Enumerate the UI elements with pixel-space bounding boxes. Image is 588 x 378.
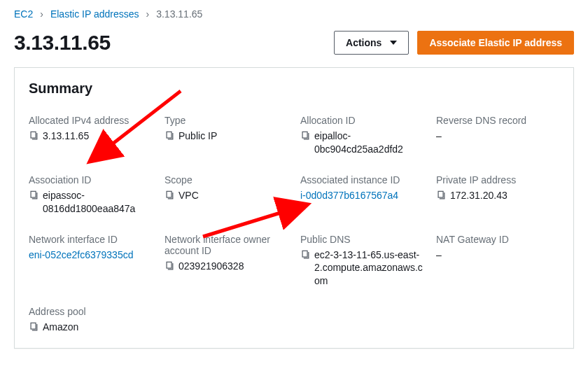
svg-rect-8	[31, 323, 36, 330]
svg-rect-3	[31, 191, 36, 197]
copy-icon[interactable]	[164, 261, 174, 271]
instance-link[interactable]: i-0d0d377b6167567a4	[300, 189, 424, 202]
field-value: eni-052ce2fc6379335cd	[29, 248, 133, 262]
svg-rect-4	[167, 191, 172, 197]
field-allocation-id: Allocation ID eipalloc-0bc904cd25aa2dfd2	[300, 115, 424, 156]
svg-rect-2	[302, 132, 307, 138]
copy-icon[interactable]	[300, 250, 310, 260]
svg-rect-1	[167, 132, 172, 138]
breadcrumb-root[interactable]: EC2	[14, 8, 33, 20]
page-title: 3.13.11.65	[14, 31, 111, 55]
field-label: Public DNS	[300, 234, 424, 245]
field-scope: Scope VPC	[164, 174, 288, 216]
breadcrumb-sep: ›	[146, 8, 150, 20]
field-value: –	[436, 130, 442, 143]
field-association-id: Association ID eipassoc-0816dd1800eaa847…	[29, 174, 152, 216]
svg-rect-6	[167, 262, 172, 268]
associate-elastic-ip-button[interactable]: Associate Elastic IP address	[417, 31, 574, 55]
field-label: Type	[164, 115, 288, 126]
field-label: Allocation ID	[300, 115, 424, 126]
field-value: Public IP	[178, 130, 217, 143]
copy-icon[interactable]	[29, 190, 38, 200]
eni-link[interactable]: eni-052ce2fc6379335cd	[29, 248, 152, 262]
field-associated-instance-id: Associated instance ID i-0d0d377b6167567…	[300, 174, 424, 216]
field-value: Amazon	[43, 321, 78, 334]
field-label: Private IP address	[436, 174, 559, 186]
breadcrumb: EC2 › Elastic IP addresses › 3.13.11.65	[14, 6, 574, 24]
field-label: Scope	[164, 174, 288, 186]
actions-button[interactable]: Actions	[334, 31, 409, 55]
field-label: Allocated IPv4 address	[29, 115, 152, 126]
copy-icon[interactable]	[300, 131, 310, 141]
field-label: Associated instance ID	[300, 174, 424, 186]
field-network-interface-id: Network interface ID eni-052ce2fc6379335…	[29, 234, 152, 288]
field-nat-gateway: NAT Gateway ID –	[436, 234, 559, 288]
field-public-dns: Public DNS ec2-3-13-11-65.us-east-2.comp…	[300, 234, 424, 288]
field-reverse-dns: Reverse DNS record –	[436, 115, 559, 156]
field-value: VPC	[178, 189, 199, 202]
copy-icon[interactable]	[164, 131, 174, 141]
summary-heading: Summary	[29, 80, 559, 97]
field-label: Association ID	[29, 174, 152, 186]
field-private-ip: Private IP address 172.31.20.43	[436, 174, 559, 216]
actions-label: Actions	[346, 37, 382, 48]
field-value: 023921906328	[178, 260, 244, 273]
chevron-down-icon	[390, 41, 397, 45]
copy-icon[interactable]	[29, 322, 38, 332]
field-allocated-ipv4: Allocated IPv4 address 3.13.11.65	[29, 115, 152, 156]
field-label: Network interface ID	[29, 234, 152, 245]
breadcrumb-mid[interactable]: Elastic IP addresses	[50, 8, 139, 20]
field-value: –	[436, 248, 442, 262]
field-label: NAT Gateway ID	[436, 234, 559, 245]
field-label: Network interface owner account ID	[164, 234, 288, 256]
breadcrumb-sep: ›	[40, 8, 43, 20]
svg-rect-7	[302, 251, 307, 257]
svg-rect-5	[438, 191, 443, 197]
field-type: Type Public IP	[164, 115, 288, 156]
copy-icon[interactable]	[29, 131, 38, 141]
associate-label: Associate Elastic IP address	[429, 37, 562, 48]
field-value: ec2-3-13-11-65.us-east-2.compute.amazona…	[314, 248, 424, 288]
field-value: eipassoc-0816dd1800eaa847a	[43, 189, 152, 216]
field-eni-owner: Network interface owner account ID 02392…	[164, 234, 288, 288]
copy-icon[interactable]	[164, 190, 174, 200]
field-value: 3.13.11.65	[43, 130, 89, 143]
field-address-pool: Address pool Amazon	[29, 306, 152, 334]
summary-card: Summary Allocated IPv4 address 3.13.11.6…	[14, 67, 574, 349]
copy-icon[interactable]	[436, 190, 446, 200]
field-label: Address pool	[29, 306, 152, 317]
field-value: 172.31.20.43	[450, 189, 507, 202]
field-label: Reverse DNS record	[436, 115, 559, 126]
field-value: i-0d0d377b6167567a4	[300, 189, 398, 202]
field-value: eipalloc-0bc904cd25aa2dfd2	[314, 130, 424, 156]
breadcrumb-current: 3.13.11.65	[156, 8, 202, 20]
svg-rect-0	[31, 132, 36, 138]
